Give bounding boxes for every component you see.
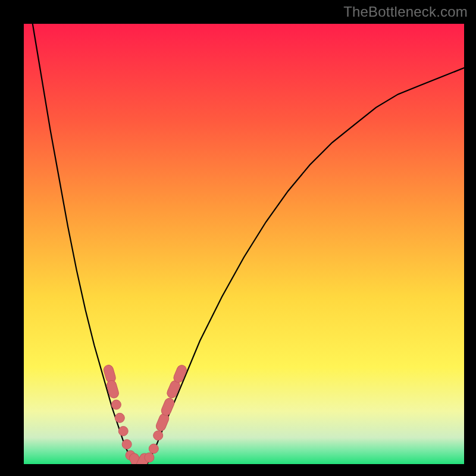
curve-group bbox=[33, 24, 464, 464]
marker-dot bbox=[118, 427, 128, 436]
chart-svg bbox=[24, 24, 464, 464]
marker-dot bbox=[154, 431, 163, 440]
marker-dot bbox=[122, 440, 131, 449]
marker-dot bbox=[145, 453, 154, 462]
marker-dot bbox=[111, 400, 121, 409]
marker-pill bbox=[160, 397, 176, 417]
watermark-text: TheBottleneck.com bbox=[343, 4, 468, 20]
plot-area bbox=[24, 24, 464, 464]
outer-frame: TheBottleneck.com bbox=[0, 0, 476, 476]
marker-dot bbox=[115, 413, 124, 422]
marker-dot bbox=[149, 444, 158, 453]
marker-group bbox=[102, 364, 187, 464]
curve-left-curve bbox=[33, 24, 134, 464]
curve-right-curve bbox=[147, 68, 464, 464]
marker-pill bbox=[106, 380, 120, 399]
